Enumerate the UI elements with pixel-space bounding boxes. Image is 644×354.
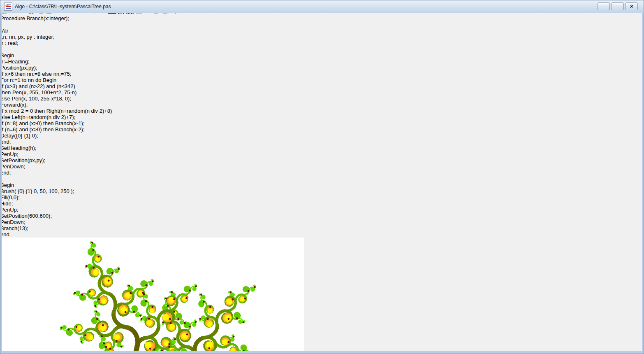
code-line: If x mod 2 = 0 then Right(n+random(n div… [0,108,644,114]
code-line [0,21,644,28]
title-bar: a Algo - C:\class\7B\L-system\PascalTree… [0,0,644,13]
code-line: SetPosition(px,py); [0,157,644,163]
code-line: PenUp; [0,151,644,157]
code-line: Delay({0} {1} 0); [0,133,644,139]
code-line: Hide; [0,200,644,207]
code-line: Branch(13); [0,225,644,231]
code-line: else Left(n+random(n div 2)+7); [0,114,644,120]
code-line: PenDown; [0,219,644,225]
code-line: end; [0,170,644,176]
code-line: Brush( {0} {1} 0, 50, 100, 250 ); [0,188,644,194]
window-title: Algo - C:\class\7B\L-system\PascalTree.p… [15,4,111,9]
code-line: For n:=1 to nn do Begin [0,77,644,83]
code-line: h : real; [0,40,644,46]
code-line: end; [0,139,644,145]
code-line: i,n, nn, px, py : integer; [0,34,644,40]
code-editor-pane: Procedure Branch(x:integer); Var i,n, nn… [0,15,644,238]
app-icon: a [4,2,12,11]
graphics-canvas [0,238,304,354]
code-line: SetPosition(600,600); [0,213,644,219]
code-line: If (n=8) and (x>0) then Branch(x-1); [0,120,644,126]
close-button[interactable]: ✕ [625,2,638,10]
maximize-button[interactable] [612,2,624,10]
code-line: Var [0,28,644,34]
code-line: h:=Heading; [0,58,644,65]
code-line [0,176,644,182]
minimize-button[interactable] [598,2,610,10]
window-frame [0,13,2,354]
graphics-viewport [0,238,644,354]
code-line: SetHeading(h); [0,145,644,151]
app-window: a Algo - C:\class\7B\L-system\PascalTree… [0,0,644,354]
code-line: Forward(x); [0,102,644,108]
code-line: PenDown; [0,163,644,170]
code-line: then Pen(x, 255, 100+n*2, 75-n) [0,89,644,95]
code-line: PenUp; [0,207,644,213]
code-line: Begin [0,52,644,58]
code-line: Procedure Branch(x:integer); [0,15,644,21]
code-line: Position(px,py); [0,65,644,71]
code-area[interactable]: Procedure Branch(x:integer); Var i,n, nn… [0,15,644,238]
code-line: Begin [0,182,644,188]
code-line: If x>6 then nn:=8 else nn:=75; [0,71,644,77]
code-line: else Pen(x, 100, 255-x*18, 0); [0,95,644,102]
code-line [0,46,644,52]
window-frame [0,351,644,354]
code-line: If (n=6) and (x>0) then Branch(x-2); [0,126,644,133]
graphics-output-pane [0,238,644,354]
window-frame [642,13,644,354]
code-line: If (x>3) and (n>22) and (n<342) [0,83,644,89]
code-line: end. [0,231,644,238]
code-line: Fill(0,0); [0,194,644,200]
